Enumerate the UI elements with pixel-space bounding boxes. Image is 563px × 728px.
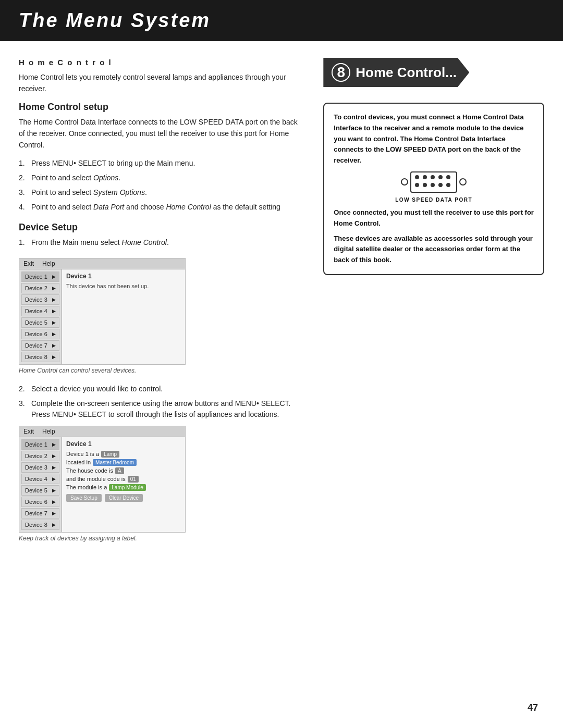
port-label: LOW SPEED DATA PORT [395,196,472,204]
info-box: To control devices, you must connect a H… [323,103,544,275]
mockup2-device6: Device 6▶ [21,497,59,507]
mockup2-row3: The house code is A [66,467,181,474]
mockup2-sidebar: Device 1▶ Device 2▶ Device 3▶ Device 4▶ … [19,437,62,532]
mockup2-device2: Device 2▶ [21,451,59,461]
mockup1-caption: Home Control can control several devices… [19,367,304,374]
page-number: 47 [528,702,538,713]
home-control-para: Home Control lets you remotely control s… [19,72,304,94]
port-dot-1 [415,175,419,179]
right-column: 8 Home Control... To control devices, yo… [323,58,544,551]
port-dot-2 [423,175,427,179]
port-circle-left [401,178,408,186]
mockup2-location-tag: Master Bedroom [93,459,137,466]
port-dot-9 [438,183,443,187]
setup-step-4: 4. Point to and select Data Port and cho… [19,202,304,213]
mockup2-row5: The module is a Lamp Module [66,484,181,491]
port-dot-5 [446,175,450,179]
port-dot-6 [415,183,419,187]
port-dot-8 [431,183,435,187]
section-device-setup: Device Setup 1. From the Main menu selec… [19,222,304,542]
port-dot-10 [446,183,450,187]
setup-heading: Home Control setup [19,102,304,113]
mockup2-menu-help: Help [42,428,55,435]
device-step-2: 2. Select a device you would like to con… [19,384,304,395]
port-dot-7 [423,183,427,187]
mockup1-device8: Device 8▶ [21,352,59,362]
setup-steps: 1. Press MENU• SELECT to bring up the Ma… [19,158,304,213]
device-step-3: 3. Complete the on-screen sentence using… [19,398,304,421]
main-layout: H o m e C o n t r o l Home Control lets … [0,58,563,551]
mockup2-save-btn: Save Setup [66,494,102,502]
mockup1-device7: Device 7▶ [21,340,59,351]
mockup1-sidebar: Device 1▶ Device 2▶ Device 3▶ Device 4▶ … [19,269,62,364]
mockup1-body: Device 1▶ Device 2▶ Device 3▶ Device 4▶ … [19,269,185,364]
section-home-control: H o m e C o n t r o l Home Control lets … [19,58,304,94]
mockup2-device3: Device 3▶ [21,462,59,473]
device-mockup-1: Exit Help Device 1▶ Device 2▶ Device 3▶ … [19,258,186,365]
badge-label: Home Control... [356,65,457,81]
info-para-1: To control devices, you must connect a H… [334,112,534,166]
mockup2-content-title: Device 1 [66,440,181,448]
mockup1-content-title: Device 1 [66,273,181,280]
mockup1-device2: Device 2▶ [21,283,59,293]
mockup1-device5: Device 5▶ [21,317,59,328]
device-steps-2: 2. Select a device you would like to con… [19,384,304,421]
mockup2-row2: located in Master Bedroom [66,459,181,466]
mockup1-device6: Device 6▶ [21,329,59,339]
mockup2-buttons: Save Setup Clear Device [66,494,181,502]
mockup1-menu-help: Help [42,260,55,267]
mockup2-house-code-tag: A [115,467,124,474]
home-control-heading: H o m e C o n t r o l [19,58,304,67]
port-dot-4 [438,175,443,179]
section-home-control-setup: Home Control setup The Home Control Data… [19,102,304,213]
mockup2-device8: Device 8▶ [21,520,59,530]
mockup1-content: Device 1 This device has not been set up… [62,269,185,364]
mockup2-lamp-tag: Lamp [101,451,119,458]
mockup2-menubar: Exit Help [19,426,185,437]
mockup2-device4: Device 4▶ [21,474,59,484]
mockup2-module-type-tag: Lamp Module [109,484,146,491]
mockup2-device1: Device 1▶ [21,439,59,450]
port-dots-grid [410,171,457,193]
setup-para: The Home Control Data Interface connects… [19,117,304,151]
mockup1-menu-exit: Exit [23,260,34,267]
title-bar: The Menu System [0,0,563,41]
mockup2-content: Device 1 Device 1 is a Lamp located in M… [62,437,185,532]
mockup1-content-text: This device has not been set up. [66,283,181,289]
device-step-1: 1. From the Main menu select Home Contro… [19,237,304,249]
setup-step-2: 2. Point to and select Options. [19,172,304,184]
mockup2-row4: and the module code is 01 [66,476,181,483]
mockup2-device7: Device 7▶ [21,508,59,519]
badge-number: 8 [332,63,350,82]
port-dot-3 [431,175,435,179]
mockup1-device3: Device 3▶ [21,294,59,305]
device-mockup-2: Exit Help Device 1▶ Device 2▶ Device 3▶ … [19,426,186,533]
mockup2-module-code-tag: 01 [128,476,139,483]
info-para-2: Once connected, you must tell the receiv… [334,207,534,229]
mockup2-menu-exit: Exit [23,428,34,435]
mockup1-menubar: Exit Help [19,258,185,269]
mockup2-device5: Device 5▶ [21,485,59,496]
setup-step-3: 3. Point to and select System Options. [19,187,304,199]
port-circle-right [459,178,467,186]
device-setup-heading: Device Setup [19,222,304,233]
port-icon [401,171,467,193]
mockup1-device1: Device 1▶ [21,272,59,282]
info-para-3: These devices are available as accessori… [334,233,534,266]
page-title: The Menu System [19,9,544,32]
setup-step-1: 1. Press MENU• SELECT to bring up the Ma… [19,158,304,169]
mockup2-row1: Device 1 is a Lamp [66,451,181,458]
mockup1-device4: Device 4▶ [21,306,59,316]
left-column: H o m e C o n t r o l Home Control lets … [19,58,304,551]
device-steps: 1. From the Main menu select Home Contro… [19,237,304,249]
data-port-diagram: LOW SPEED DATA PORT [334,171,534,204]
home-control-badge: 8 Home Control... [323,58,469,87]
mockup2-clear-btn: Clear Device [105,494,143,502]
mockup2-caption: Keep track of devices by assigning a lab… [19,535,304,542]
mockup2-body: Device 1▶ Device 2▶ Device 3▶ Device 4▶ … [19,437,185,532]
